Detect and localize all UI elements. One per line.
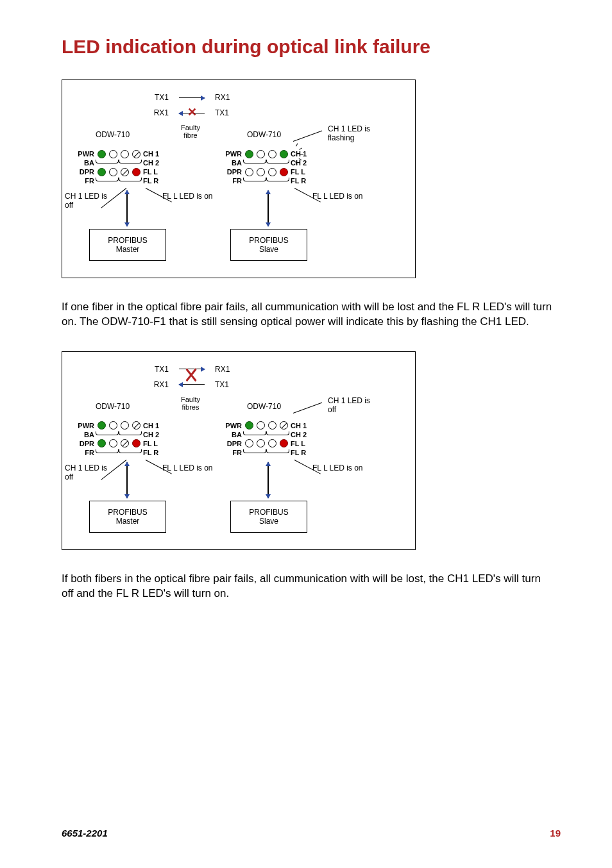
led-fll-left-slash xyxy=(121,168,129,176)
diagram-both-fiber-fail: TX1 RX1 RX1 TX1 ✕ ODW-710 ODW-710 Faulty… xyxy=(62,351,416,550)
led-pwr xyxy=(98,150,106,158)
fault-x-icon: ✕ xyxy=(187,105,197,119)
label-fr-2: FR xyxy=(74,449,96,456)
led-pwr-r xyxy=(245,150,253,158)
led-ch2-left-2 xyxy=(132,421,140,430)
label-ba: BA xyxy=(74,159,96,167)
label-dpr-r2: DPR xyxy=(221,440,243,447)
profibus-slave-l2-2: Slave xyxy=(259,517,278,526)
profibus-arrow-right-2 xyxy=(268,462,269,498)
led-sp3-r2 xyxy=(257,439,265,447)
profibus-master-l2-2: Master xyxy=(116,517,140,526)
led-block-right: PWR CH 1 BA CH 2 DPR FL L FR FL R xyxy=(221,149,330,185)
label-ba-r: BA xyxy=(221,159,243,167)
page-number: 19 xyxy=(550,828,561,839)
label-ch1-2: CH 1 xyxy=(142,422,165,430)
label-rx1-right-2: RX1 xyxy=(212,365,251,374)
paragraph-2: If both fibers in the optical fibre pair… xyxy=(62,572,556,601)
led-fr-spare-r xyxy=(257,168,265,176)
note-fll-on-left-2: FL L LED is on xyxy=(162,464,214,473)
profibus-master-l2: Master xyxy=(116,245,140,254)
label-dpr-r: DPR xyxy=(221,168,243,176)
led-dpr-r2 xyxy=(245,439,253,447)
led-dpr-2 xyxy=(98,439,106,447)
led-ch1-left xyxy=(121,150,129,158)
label-ba-r2: BA xyxy=(221,431,243,438)
device-name-left-2: ODW-710 xyxy=(96,402,130,411)
label-tx1-left-2: TX1 xyxy=(133,365,171,374)
label-ch2-2: CH 2 xyxy=(142,431,165,438)
label-ch2: CH 2 xyxy=(142,159,165,167)
device-name-left: ODW-710 xyxy=(96,130,130,139)
label-fr-r2: FR xyxy=(221,449,243,456)
profibus-arrow-right xyxy=(268,190,269,226)
led-block-right-2: PWR CH 1 BA CH 2 DPR FL L FR FL R xyxy=(221,421,330,457)
label-dpr-2: DPR xyxy=(74,440,96,447)
led-fll-left xyxy=(132,168,140,176)
profibus-arrow-left xyxy=(126,190,128,226)
led-block-left: PWR CH 1 BA CH 2 DPR FL L FR FL R xyxy=(74,149,183,185)
profibus-master-l1-2: PROFIBUS xyxy=(108,508,147,517)
led-fll-right-2 xyxy=(280,439,288,447)
fault-label: Faulty fibre xyxy=(178,124,203,139)
side-note-off: CH 1 LED is off xyxy=(328,397,379,415)
label-fll-2: FL L xyxy=(142,440,165,447)
label-fll-r: FL L xyxy=(289,168,312,176)
device-name-right: ODW-710 xyxy=(247,130,281,139)
fault-label-2: Faulty fibres xyxy=(178,396,203,411)
note-ch1-off-left-2: CH 1 LED is off xyxy=(65,464,116,482)
device-name-right-2: ODW-710 xyxy=(247,402,281,411)
profibus-master-box: PROFIBUS Master xyxy=(89,229,166,261)
label-dpr: DPR xyxy=(74,168,96,176)
led-fll-left-2 xyxy=(132,439,140,447)
side-note-flashing: CH 1 LED is flashing xyxy=(328,125,379,143)
page-footer: 6651-2201 19 xyxy=(62,828,561,839)
led-sp1-r2 xyxy=(257,421,265,430)
led-sp2-r2 xyxy=(268,421,276,430)
label-flr-r2: FL R xyxy=(289,449,312,456)
led-fll-slash-2 xyxy=(121,439,129,447)
profibus-master-l1: PROFIBUS xyxy=(108,236,147,245)
profibus-slave-l1-2: PROFIBUS xyxy=(249,508,288,517)
label-fll-r2: FL L xyxy=(289,440,312,447)
led-ch1-spare-r xyxy=(268,150,276,158)
label-tx1-right: TX1 xyxy=(212,108,251,117)
label-flr-r: FL R xyxy=(289,177,312,185)
label-ch2-r: CH 2 xyxy=(289,159,312,167)
led-fll-right xyxy=(280,168,288,176)
led-fll-spare-r xyxy=(268,168,276,176)
profibus-slave-box-2: PROFIBUS Slave xyxy=(230,501,307,533)
label-ch1: CH 1 xyxy=(142,150,165,158)
led-sp1-2 xyxy=(109,421,117,430)
label-pwr-r2: PWR xyxy=(221,422,243,430)
label-pwr-r: PWR xyxy=(221,150,243,158)
led-ba-spare xyxy=(109,150,117,158)
led-ch2-left xyxy=(132,150,140,158)
label-fll: FL L xyxy=(142,168,165,176)
profibus-master-box-2: PROFIBUS Master xyxy=(89,501,166,533)
doc-number: 6651-2201 xyxy=(62,828,108,839)
led-sp4-r2 xyxy=(268,439,276,447)
led-pwr-r2 xyxy=(245,421,253,430)
note-fll-on-left: FL L LED is on xyxy=(162,192,214,201)
note-ch1-off-left: CH 1 LED is off xyxy=(65,192,116,210)
led-ba-spare-r xyxy=(257,150,265,158)
label-tx1-left: TX1 xyxy=(133,93,171,102)
label-tx1-right-2: TX1 xyxy=(212,380,251,389)
profibus-arrow-left-2 xyxy=(126,462,128,498)
led-block-left-2: PWR CH 1 BA CH 2 DPR FL L FR FL R xyxy=(74,421,183,457)
label-fr: FR xyxy=(74,177,96,185)
profibus-slave-l2: Slave xyxy=(259,245,278,254)
paragraph-1: If one fiber in the optical fibre pair f… xyxy=(62,300,556,330)
fault-x-icon-both: ✕ xyxy=(183,362,199,389)
label-ch2-r2: CH 2 xyxy=(289,431,312,438)
profibus-slave-l1: PROFIBUS xyxy=(249,236,288,245)
label-ba-2: BA xyxy=(74,431,96,438)
label-flr-2: FL R xyxy=(142,449,165,456)
label-rx1-left: RX1 xyxy=(133,108,171,117)
label-rx1-left-2: RX1 xyxy=(133,380,171,389)
led-ch1-right-off xyxy=(280,421,288,430)
note-fll-on-right: FL L LED is on xyxy=(312,192,364,201)
label-pwr: PWR xyxy=(74,150,96,158)
led-ch1-left-2 xyxy=(121,421,129,430)
